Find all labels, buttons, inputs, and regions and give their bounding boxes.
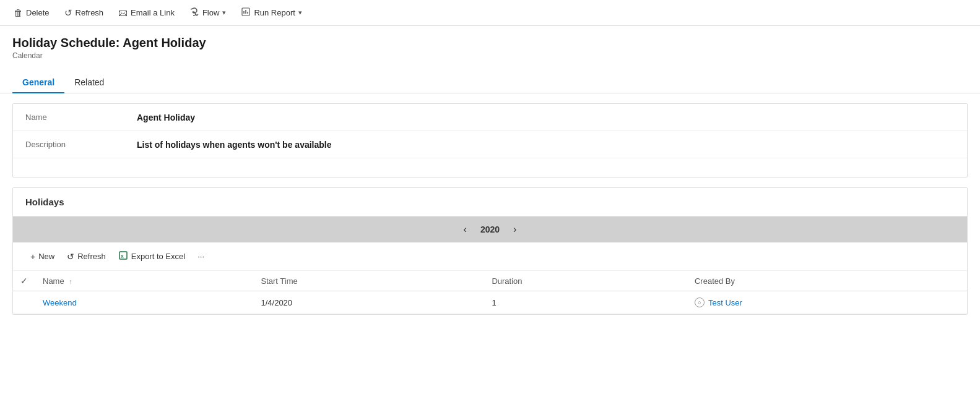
- holidays-table: ✓ Name ↑ Start Time Duration Created By: [13, 271, 967, 314]
- email-link-label: Email a Link: [131, 8, 175, 17]
- table-row: Weekend 1/4/2020 1 ○ Test User: [13, 291, 967, 314]
- refresh-label: Refresh: [76, 8, 104, 17]
- tab-related[interactable]: Related: [64, 72, 114, 93]
- user-icon: ○: [695, 297, 705, 307]
- page-title: Holiday Schedule: Agent Holiday: [12, 36, 968, 50]
- refresh-holiday-label: Refresh: [77, 252, 106, 261]
- holidays-sub-toolbar: + New ↺ Refresh X Export to Excel ···: [13, 242, 967, 271]
- flow-button[interactable]: Flow ▾: [183, 4, 232, 22]
- check-col-header: ✓: [13, 271, 35, 291]
- table-header-row: ✓ Name ↑ Start Time Duration Created By: [13, 271, 967, 291]
- year-navigator: ‹ 2020 ›: [13, 216, 967, 242]
- name-value: Agent Holiday: [137, 113, 195, 122]
- export-excel-button[interactable]: X Export to Excel: [113, 247, 190, 265]
- email-link-button[interactable]: 🖂 Email a Link: [112, 4, 181, 21]
- checkmark-icon: ✓: [20, 276, 28, 286]
- description-value: List of holidays when agents won't be av…: [137, 140, 332, 150]
- holidays-section-title: Holidays: [13, 188, 967, 216]
- flow-label: Flow: [202, 8, 219, 17]
- excel-icon: X: [118, 250, 128, 262]
- run-report-chevron-icon: ▾: [298, 9, 302, 17]
- flow-chevron-icon: ▾: [222, 9, 226, 17]
- new-holiday-button[interactable]: + New: [25, 249, 59, 265]
- refresh-holiday-icon: ↺: [67, 252, 74, 262]
- delete-button[interactable]: 🗑 Delete: [7, 4, 56, 21]
- email-icon: 🖂: [118, 7, 128, 18]
- run-report-label: Run Report: [254, 8, 295, 17]
- description-label: Description: [25, 140, 137, 149]
- main-content: Name Agent Holiday Description List of h…: [0, 93, 980, 325]
- run-report-icon: [241, 7, 251, 19]
- form-row-name: Name Agent Holiday: [13, 104, 967, 131]
- col-duration-label: Duration: [492, 276, 522, 286]
- refresh-icon: ↺: [64, 7, 72, 19]
- row-duration: 1: [484, 291, 687, 314]
- form-card: Name Agent Holiday Description List of h…: [12, 103, 968, 177]
- row-name[interactable]: Weekend: [35, 291, 253, 314]
- col-duration: Duration: [484, 271, 687, 291]
- year-next-button[interactable]: ›: [510, 223, 520, 236]
- more-options-button[interactable]: ···: [193, 249, 209, 264]
- refresh-holiday-button[interactable]: ↺ Refresh: [62, 249, 111, 265]
- user-link[interactable]: Test User: [708, 298, 742, 307]
- row-check: [13, 291, 35, 314]
- form-row-spacer: [13, 158, 967, 177]
- col-created-by: Created By: [687, 271, 967, 291]
- run-report-button[interactable]: Run Report ▾: [235, 4, 308, 22]
- col-created-by-label: Created By: [695, 276, 735, 286]
- flow-icon: [189, 7, 199, 19]
- delete-icon: 🗑: [14, 7, 23, 18]
- delete-label: Delete: [26, 8, 50, 17]
- page-header: Holiday Schedule: Agent Holiday Calendar: [0, 26, 980, 60]
- col-name[interactable]: Name ↑: [35, 271, 253, 291]
- col-name-label: Name: [43, 276, 64, 286]
- form-row-description: Description List of holidays when agents…: [13, 131, 967, 158]
- svg-text:X: X: [121, 254, 124, 259]
- row-name-link[interactable]: Weekend: [43, 298, 77, 307]
- new-holiday-label: New: [38, 252, 54, 261]
- row-start-time: 1/4/2020: [253, 291, 484, 314]
- tab-general[interactable]: General: [12, 72, 64, 93]
- page-subtitle: Calendar: [12, 51, 968, 60]
- year-prev-button[interactable]: ‹: [460, 223, 470, 236]
- sort-icon: ↑: [69, 278, 72, 285]
- plus-icon: +: [30, 252, 35, 262]
- tab-bar: General Related: [0, 65, 980, 93]
- more-options-label: ···: [197, 252, 204, 261]
- col-start-time: Start Time: [253, 271, 484, 291]
- refresh-button[interactable]: ↺ Refresh: [58, 4, 110, 22]
- main-toolbar: 🗑 Delete ↺ Refresh 🖂 Email a Link Flow ▾: [0, 0, 980, 26]
- export-excel-label: Export to Excel: [131, 252, 185, 261]
- name-label: Name: [25, 113, 137, 122]
- year-display: 2020: [480, 225, 500, 234]
- col-start-time-label: Start Time: [261, 276, 297, 286]
- row-created-by: ○ Test User: [687, 291, 967, 314]
- holidays-card: Holidays ‹ 2020 › + New ↺ Refresh X: [12, 187, 968, 315]
